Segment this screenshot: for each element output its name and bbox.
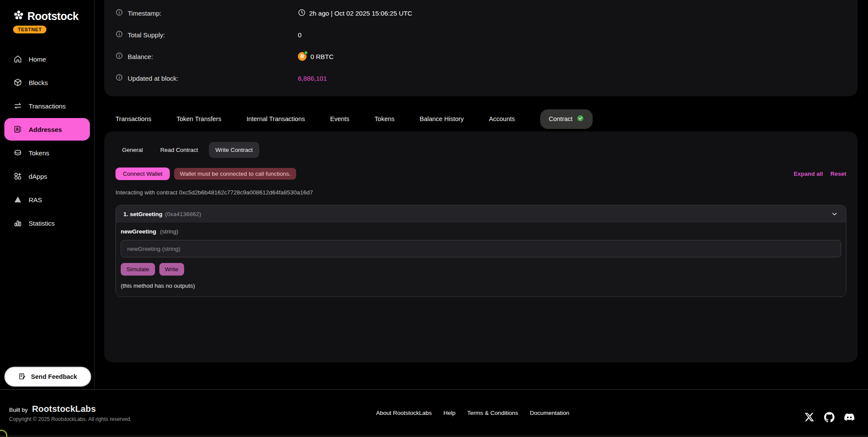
simulate-button[interactable]: Simulate — [121, 263, 155, 276]
wallet-row: Connect Wallet Wallet must be connected … — [116, 168, 846, 180]
function-accordion-header[interactable]: 1. setGreeting (0xa4136862) — [116, 205, 846, 223]
brand-name: Rootstock — [27, 10, 79, 23]
info-icon[interactable] — [116, 30, 123, 39]
param-type: (string) — [160, 228, 178, 235]
tab-events[interactable]: Events — [330, 115, 349, 122]
sidebar-item-label: Statistics — [29, 220, 55, 227]
clock-icon — [298, 9, 306, 18]
tab-balance-history[interactable]: Balance History — [420, 115, 464, 122]
address-tabs: Transactions Token Transfers Internal Tr… — [116, 106, 593, 131]
bottom-strip — [0, 435, 868, 437]
function-selector: (0xa4136862) — [165, 211, 201, 217]
sidebar-item-ras[interactable]: RAS — [0, 188, 94, 211]
tab-tokens[interactable]: Tokens — [375, 115, 395, 122]
tab-internal-transactions[interactable]: Internal Transactions — [247, 115, 305, 122]
tab-contract[interactable]: Contract — [540, 109, 593, 129]
built-by-text: Built by — [9, 407, 28, 413]
rootstocklabs-logo: RootstockLabs — [32, 404, 96, 414]
tab-transactions[interactable]: Transactions — [116, 115, 151, 122]
info-icon[interactable] — [116, 9, 123, 17]
subtab-general[interactable]: General — [116, 142, 149, 158]
sidebar-item-label: Tokens — [29, 149, 50, 157]
sidebar-item-blocks[interactable]: Blocks — [0, 71, 94, 94]
ras-triangle-icon — [13, 195, 22, 204]
function-card-setgreeting: 1. setGreeting (0xa4136862) newGreeting … — [116, 205, 846, 297]
interacting-contract-text: Interacting with contract 0xc5d2b6b48162… — [116, 189, 846, 196]
newgreeting-input[interactable] — [121, 240, 841, 257]
verified-check-icon — [577, 115, 584, 124]
cube-icon — [13, 78, 22, 87]
feedback-note-icon — [18, 372, 26, 381]
sidebar-item-label: Transactions — [29, 102, 66, 110]
sidebar-item-addresses[interactable]: Addresses — [4, 118, 90, 141]
timestamp-value: 2h ago | Oct 02 2025 15:06:25 UTC — [309, 10, 412, 17]
dapps-grid-icon — [13, 172, 22, 181]
expand-all-link[interactable]: Expand all — [794, 171, 823, 177]
no-outputs-note: (this method has no outputs) — [121, 283, 841, 289]
detail-row-balance: Balance: B 0 RBTC — [116, 46, 846, 67]
rootstock-flower-icon — [13, 10, 24, 23]
x-icon[interactable] — [804, 411, 815, 423]
rootstock-logo[interactable]: Rootstock — [13, 10, 94, 23]
detail-label-text: Timestamp: — [128, 10, 162, 17]
sidebar-item-transactions[interactable]: Transactions — [0, 94, 94, 118]
updated-block-link[interactable]: 6,886,101 — [298, 75, 327, 82]
sidebar-item-dapps[interactable]: dApps — [0, 164, 94, 188]
footer: Built by RootstockLabs Copyright © 2025 … — [0, 389, 868, 437]
info-icon[interactable] — [116, 52, 123, 61]
tab-accounts[interactable]: Accounts — [489, 115, 515, 122]
detail-row-total-supply: Total Supply: 0 — [116, 24, 846, 46]
function-body: newGreeting (string) Simulate Write (thi… — [116, 223, 846, 296]
footer-links: About RootstockLabs Help Terms & Conditi… — [376, 410, 569, 416]
balance-value: 0 RBTC — [310, 53, 333, 60]
copyright-text: Copyright © 2025 RootstockLabs. All righ… — [9, 416, 132, 422]
github-icon[interactable] — [824, 411, 835, 423]
send-feedback-label: Send Feedback — [31, 373, 77, 380]
subtab-write-contract[interactable]: Write Contract — [209, 142, 259, 158]
detail-label-text: Balance: — [128, 53, 153, 60]
total-supply-value: 0 — [298, 31, 301, 39]
contract-panel: General Read Contract Write Contract Con… — [104, 131, 858, 362]
footer-link-help[interactable]: Help — [443, 410, 455, 416]
subtab-read-contract[interactable]: Read Contract — [154, 142, 205, 158]
detail-row-timestamp: Timestamp: 2h ago | Oct 02 2025 15:06:25… — [116, 2, 846, 24]
discord-icon[interactable] — [844, 411, 855, 423]
reset-link[interactable]: Reset — [830, 171, 846, 177]
sidebar-item-home[interactable]: Home — [0, 47, 94, 71]
send-feedback-button[interactable]: Send Feedback — [4, 367, 91, 387]
transfer-arrows-icon — [13, 102, 22, 111]
sidebar-nav: Home Blocks Transactions — [0, 47, 94, 235]
footer-link-documentation[interactable]: Documentation — [530, 410, 569, 416]
sidebar-item-statistics[interactable]: Statistics — [0, 211, 94, 235]
footer-link-terms[interactable]: Terms & Conditions — [467, 410, 518, 416]
connect-wallet-button[interactable]: Connect Wallet — [116, 168, 170, 180]
sidebar-item-label: Home — [29, 56, 46, 63]
detail-row-updated-block: Updated at block: 6,886,101 — [116, 67, 846, 89]
sidebar-item-label: RAS — [29, 196, 42, 204]
footer-link-about[interactable]: About RootstockLabs — [376, 410, 432, 416]
address-detail-panel: Timestamp: 2h ago | Oct 02 2025 15:06:25… — [104, 0, 858, 96]
detail-label-text: Total Supply: — [128, 31, 165, 39]
coin-icon — [13, 148, 22, 158]
wallet-warning: Wallet must be connected to call functio… — [174, 168, 296, 180]
sidebar-item-label: dApps — [29, 173, 47, 180]
testnet-badge: TESTNET — [13, 26, 46, 33]
write-button[interactable]: Write — [159, 263, 184, 276]
rbtc-coin-icon: B — [298, 52, 307, 61]
contract-subtabs: General Read Contract Write Contract — [116, 142, 846, 158]
bar-chart-icon — [13, 219, 22, 228]
detail-label-text: Updated at block: — [128, 75, 178, 82]
page: Rootstock TESTNET Home — [0, 0, 868, 437]
tab-token-transfers[interactable]: Token Transfers — [176, 115, 221, 122]
chevron-down-icon[interactable] — [831, 210, 838, 218]
address-card-icon — [13, 125, 22, 134]
home-icon — [13, 55, 22, 64]
sidebar-item-label: Addresses — [29, 126, 62, 133]
info-icon[interactable] — [116, 74, 123, 82]
param-name: newGreeting — [121, 228, 156, 235]
function-title: 1. setGreeting — [123, 211, 162, 217]
sidebar-item-tokens[interactable]: Tokens — [0, 141, 94, 164]
sidebar: Rootstock TESTNET Home — [0, 0, 95, 389]
sidebar-item-label: Blocks — [29, 79, 48, 86]
